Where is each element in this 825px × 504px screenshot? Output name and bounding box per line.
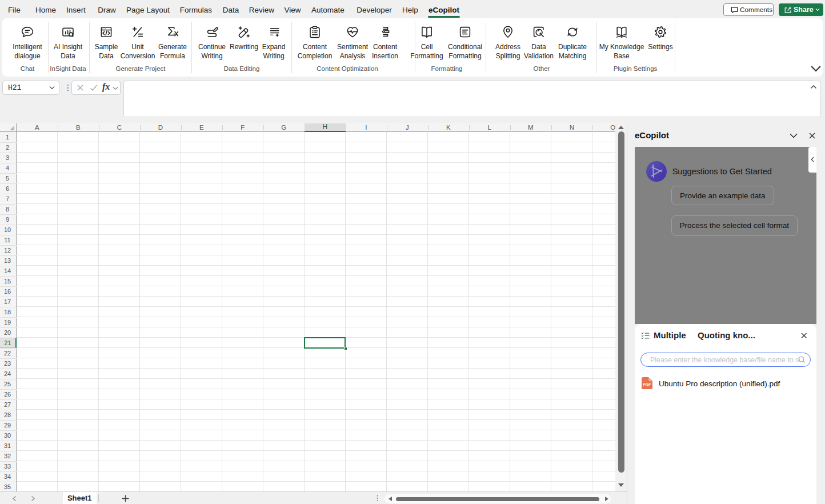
svg-text:PDF: PDF: [643, 383, 651, 388]
